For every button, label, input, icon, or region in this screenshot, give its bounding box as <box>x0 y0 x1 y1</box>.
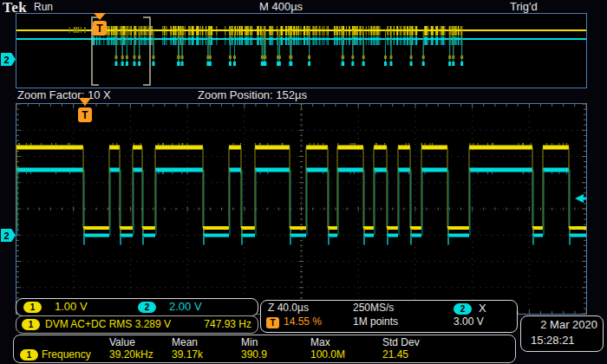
datetime-box: 2 Mar 2020 15:28:21 <box>520 315 604 352</box>
trigger-position-readout: 14.55 % <box>284 315 322 328</box>
measurement-min: 390.9 <box>241 348 267 361</box>
column-header-value: Value <box>109 336 135 348</box>
main-waveform: T <box>16 104 586 314</box>
column-header-stddev: Std Dev <box>382 336 420 348</box>
dvm-value-readout: DVM AC+DC RMS 3.289 V <box>45 318 171 330</box>
ch2-scale-readout: 2.00 V <box>169 300 202 313</box>
horizontal-scale-readout[interactable]: M 400µs <box>259 0 303 13</box>
dvm-frequency-readout: 747.93 Hz <box>204 318 251 330</box>
overview-waveform-window[interactable]: T <box>16 13 587 88</box>
trigger-level-readout: 3.00 V <box>454 315 484 328</box>
overview-waveform: T <box>16 14 586 88</box>
channel2-marker-label: 2 <box>3 231 9 241</box>
trigger-status: Trig'd <box>510 0 538 13</box>
ch1-scale-readout: 1.00 V <box>55 300 88 313</box>
record-length-readout: 1M points <box>353 315 398 328</box>
measurement-max: 100.0M <box>310 348 345 361</box>
dvm-channel-badge: 1 <box>22 319 40 330</box>
measurement-table[interactable]: Value Mean Min Max Std Dev 1 Frequency 3… <box>13 335 516 363</box>
time-readout: 15:28:21 <box>531 334 575 347</box>
sample-rate-readout: 250MS/s <box>353 302 394 314</box>
main-waveform-window[interactable]: T <box>16 103 587 315</box>
oscilloscope-screen: Tek Run M 400µs Trig'd T 2 Zoom Factor: … <box>0 0 607 364</box>
measurement-name: Frequency <box>42 348 91 361</box>
column-header-mean: Mean <box>172 336 198 348</box>
acquisition-status: Run <box>34 1 53 13</box>
channel2-marker-main[interactable]: 2 <box>1 229 16 242</box>
ch1-badge[interactable]: 1 <box>23 302 42 313</box>
channel-scale-readout-box[interactable]: 1 1.00 V 2 2.00 V <box>16 298 258 316</box>
measurement-channel-badge: 1 <box>20 349 38 361</box>
date-readout: 2 Mar 2020 <box>540 318 597 331</box>
trigger-slope-icon: X <box>479 302 486 315</box>
zoom-factor-label: Zoom Factor: 10 X <box>17 88 111 101</box>
svg-text:T: T <box>96 23 103 35</box>
measurement-stddev: 21.45 <box>382 348 408 361</box>
trigger-source-badge: 2 <box>454 303 472 315</box>
channel2-marker-label: 2 <box>3 55 9 65</box>
column-header-min: Min <box>241 336 258 348</box>
ch2-badge[interactable]: 2 <box>138 302 156 313</box>
measurement-mean: 39.17k <box>172 348 203 361</box>
dvm-readout-box[interactable]: 1 DVM AC+DC RMS 3.289 V 747.93 Hz <box>16 315 258 334</box>
channel2-marker-overview[interactable]: 2 <box>1 53 16 66</box>
zoom-position-label: Zoom Position: 152µs <box>198 88 307 101</box>
trigger-readout-box[interactable]: Z 40.0µs 250MS/s 2 X T 14.55 % 1M points… <box>260 300 518 333</box>
zoom-scale-readout: Z 40.0µs <box>268 302 309 314</box>
svg-text:T: T <box>82 109 88 121</box>
trigger-position-badge: T <box>266 317 279 328</box>
measurement-value: 39.20kHz <box>109 348 153 361</box>
column-header-max: Max <box>310 336 330 348</box>
